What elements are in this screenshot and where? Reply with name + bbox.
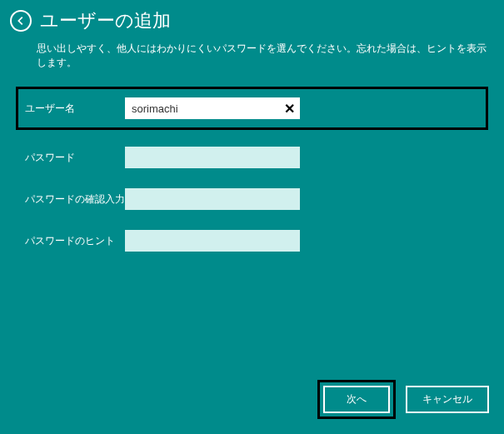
password-confirm-label: パスワードの確認入力	[25, 192, 125, 207]
password-input[interactable]	[125, 147, 300, 168]
clear-username-button[interactable]: ✕	[282, 101, 297, 116]
next-button[interactable]: 次へ	[323, 386, 390, 413]
dialog-header: ユーザーの追加	[0, 0, 504, 37]
password-hint-label: パスワードのヒント	[25, 234, 125, 248]
username-label: ユーザー名	[25, 102, 125, 116]
next-button-highlight: 次へ	[317, 380, 396, 419]
password-label: パスワード	[25, 151, 125, 165]
footer-buttons: 次へ キャンセル	[317, 380, 489, 419]
password-confirm-input[interactable]	[125, 188, 300, 210]
close-icon: ✕	[284, 101, 295, 117]
username-row: ユーザー名 ✕	[16, 87, 488, 130]
form-area: ユーザー名 ✕ パスワード パスワードの確認入力 パスワードのヒント	[0, 87, 504, 252]
description-text: 思い出しやすく、他人にはわかりにくいパスワードを選んでください。忘れた場合は、ヒ…	[0, 37, 504, 87]
password-hint-row: パスワードのヒント	[25, 230, 479, 252]
back-arrow-icon	[15, 15, 27, 27]
page-title: ユーザーの追加	[40, 8, 171, 33]
password-row: パスワード	[25, 147, 479, 168]
username-input[interactable]	[125, 97, 300, 119]
cancel-button[interactable]: キャンセル	[406, 386, 489, 413]
back-button[interactable]	[10, 10, 32, 32]
password-hint-input[interactable]	[125, 230, 300, 252]
username-input-wrapper: ✕	[125, 97, 300, 119]
password-confirm-row: パスワードの確認入力	[25, 188, 479, 210]
